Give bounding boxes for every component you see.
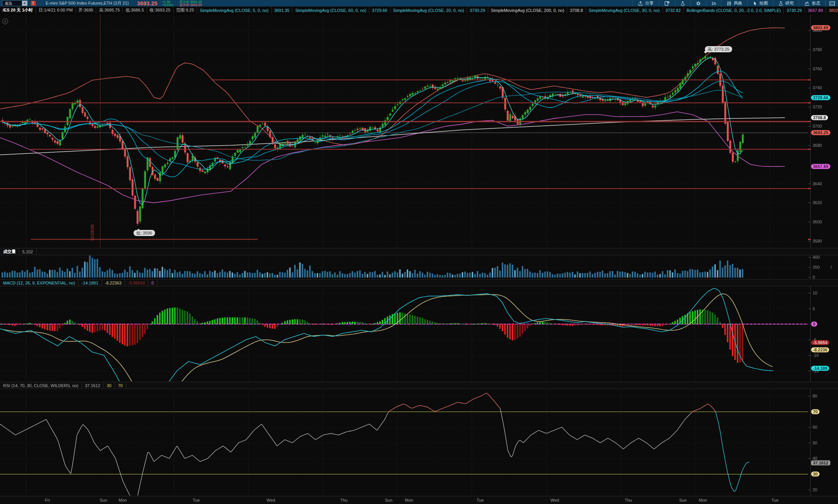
sliders-button[interactable]: 风格 <box>721 0 747 7</box>
bid-ask: 买方价:3693.25 卖方价:3693.50 <box>179 0 202 7</box>
high-annotation-bubble: 高: 3773.25 <box>705 46 732 52</box>
rsi-axis-bubble-70: 70 <box>811 409 820 414</box>
rsi-value-0: 37.1612 <box>82 382 104 389</box>
macd-axis-bubble--14.189: -14.189 <box>811 366 829 371</box>
doc-alert-button[interactable]: 1 <box>659 0 675 7</box>
time-label-9-Wed: Wed <box>551 498 559 502</box>
rsi-value-2: 70 <box>115 382 126 389</box>
interval-button[interactable]: 1h <box>706 0 721 7</box>
macd-title[interactable]: MACD (12, 26, 9, EXPONENTIAL, no) <box>0 279 78 286</box>
change-percent: +0.03% <box>162 3 173 7</box>
macd-value-3: 0 <box>148 279 157 286</box>
price-tick-3720: 3720 <box>813 105 822 109</box>
stats-cell-11[interactable]: SimpleMovingAvg (CLOSE, 20, 0, no) <box>391 7 467 14</box>
stats-cell-18: 3730.29 <box>784 7 805 14</box>
stats-cell-0[interactable]: /ES 20 天 1小时 <box>0 7 36 14</box>
price-axis-bubble-3708.8: 3708.8 <box>811 115 828 120</box>
time-axis[interactable]: FriSunMonTueWedThuSunMonTueWedThuSunMonT… <box>0 496 838 504</box>
rsi-tick-60: 60 <box>813 425 817 429</box>
chevron-down-icon[interactable]: ▼ <box>22 1 27 6</box>
rsi-pane-header: RSI (14, 70, 30, CLOSE, WILDERS, no) 37.… <box>0 382 838 389</box>
rsi-axis-bubble-37.1612: 37.1612 <box>811 460 830 465</box>
time-label-10-Thu: Thu <box>625 498 632 502</box>
time-label-6-Sun: Sun <box>385 498 392 502</box>
price-axis-bubble-3729.66: 3729.66 <box>811 95 830 100</box>
share-button[interactable]: 分享 <box>632 0 659 7</box>
rsi-title[interactable]: RSI (14, 70, 30, CLOSE, WILDERS, no) <box>0 382 82 389</box>
chart-header-row: /ES 20 天 1小时日:1/4/21 6:00 PM开:3695高:3695… <box>0 7 838 14</box>
price-axis-bubble-3693.25: 3693.25 <box>811 130 830 135</box>
stats-cell-16: 3732.82 <box>663 7 684 14</box>
stats-cell-8: 3691.35 <box>272 7 293 14</box>
last-price: 3693.25 <box>137 0 157 7</box>
top-toolbar: /ES ▼ ! E-mini S&P 500 Index Futures,ETH… <box>0 0 838 7</box>
price-axis-bubble-3657.89: 3657.89 <box>811 164 830 169</box>
stats-cell-3: 高:3695.75 <box>96 7 123 14</box>
stats-cell-20: 3802.69 <box>826 7 838 14</box>
stats-cell-13[interactable]: SimpleMovingAvg (CLOSE, 200, 0, no) <box>488 7 568 14</box>
symbol-value: /ES <box>3 1 22 6</box>
price-tick-3640: 3640 <box>813 181 822 186</box>
rsi-tick-50: 50 <box>813 441 817 445</box>
event-date-label: 12/18/20 <box>90 225 95 241</box>
time-label-3-Tue: Tue <box>193 498 200 502</box>
price-tick-3760: 3760 <box>813 67 822 71</box>
volume-title[interactable]: 成交量 <box>0 248 19 255</box>
time-label-8-Tue: Tue <box>477 498 484 502</box>
price-tick-3580: 3580 <box>813 239 822 243</box>
macd-axis-bubble--5.9654: -5.9654 <box>811 340 829 345</box>
macd-value-1: -8.22363 <box>102 279 125 286</box>
stats-cell-6: 范围:9.25 <box>174 7 197 14</box>
symbol-input[interactable]: /ES ▼ <box>2 0 28 6</box>
time-label-4-Wed: Wed <box>267 498 275 502</box>
svg-text:1: 1 <box>668 1 669 3</box>
ask-price: 卖方价:3693.50 <box>179 3 202 7</box>
time-label-13-Tue: Tue <box>771 498 779 502</box>
stats-cell-19: 3657.89 <box>805 7 826 14</box>
price-tick-3780: 3780 <box>813 47 822 52</box>
stats-cell-9[interactable]: SimpleMovingAvg (CLOSE, 60, 0, no) <box>292 7 369 14</box>
time-label-2-Mon: Mon <box>119 498 127 502</box>
macd-value-2: -5.96543 <box>125 279 148 286</box>
stats-cell-14: 3708.8 <box>567 7 586 14</box>
flask-button[interactable] <box>675 0 690 7</box>
volume-value: 5,102 <box>19 248 37 255</box>
time-label-12-Mon: Mon <box>699 498 707 502</box>
macd-tick-10: 10 <box>813 291 817 295</box>
stats-cell-1: 日:1/4/21 6:00 PM <box>36 7 76 14</box>
pattern-button[interactable]: 形态 <box>799 0 825 7</box>
time-label-11-Sun: Sun <box>679 498 687 502</box>
trading-platform-window: /ES ▼ ! E-mini S&P 500 Index Futures,ETH… <box>0 0 838 504</box>
pan-scroll-icon[interactable]: ↕ <box>830 264 833 269</box>
macd-tick--10: -10 <box>813 353 819 358</box>
macd-pane-header: MACD (12, 26, 9, EXPONENTIAL, no) -14.18… <box>0 279 838 286</box>
flask-button[interactable]: 研究 <box>773 0 799 7</box>
panel-grid-icon[interactable] <box>825 0 838 7</box>
time-label-0-Fri: Fri <box>45 498 50 502</box>
stats-cell-5: 收:3693.25 <box>147 7 174 14</box>
volume-pane-header: 成交量 5,102 <box>0 248 838 255</box>
price-change: +1.00 +0.03% <box>162 0 173 7</box>
stats-cell-4: 低:3686.5 <box>123 7 147 14</box>
price-tick-3680: 3680 <box>813 143 822 148</box>
macd-value-0: -14.1891 <box>78 279 102 286</box>
stats-cell-7[interactable]: SimpleMovingAvg (CLOSE, 5, 0, no) <box>197 7 271 14</box>
rsi-axis-bubble-30: 30 <box>811 472 820 477</box>
gear-button[interactable] <box>690 0 706 7</box>
price-tick-3620: 3620 <box>813 200 822 205</box>
macd-axis-bubble--8.2236: -8.2236 <box>811 347 829 352</box>
cursor-button[interactable]: 绘图 <box>747 0 773 7</box>
price-tick-3700: 3700 <box>813 124 822 128</box>
time-label-7-Mon: Mon <box>405 498 413 502</box>
stats-cell-17[interactable]: BollingerBands (CLOSE, 0, 20, -2.0, 2.0,… <box>684 7 784 14</box>
price-tick-3740: 3740 <box>813 85 822 90</box>
rsi-value-1: 30 <box>103 382 115 389</box>
rsi-tick-20: 20 <box>813 487 817 492</box>
low-annotation-bubble: 低: 3596 <box>134 230 155 236</box>
macd-tick-5: 5 <box>813 306 815 311</box>
stats-cell-12: 3730.29 <box>467 7 488 14</box>
stats-cell-2: 开:3695 <box>76 7 97 14</box>
info-icon[interactable]: i <box>2 18 8 24</box>
alert-badge-icon[interactable]: ! <box>31 1 36 6</box>
stats-cell-15[interactable]: SimpleMovingAvg (CLOSE, 30, 0, no) <box>586 7 663 14</box>
